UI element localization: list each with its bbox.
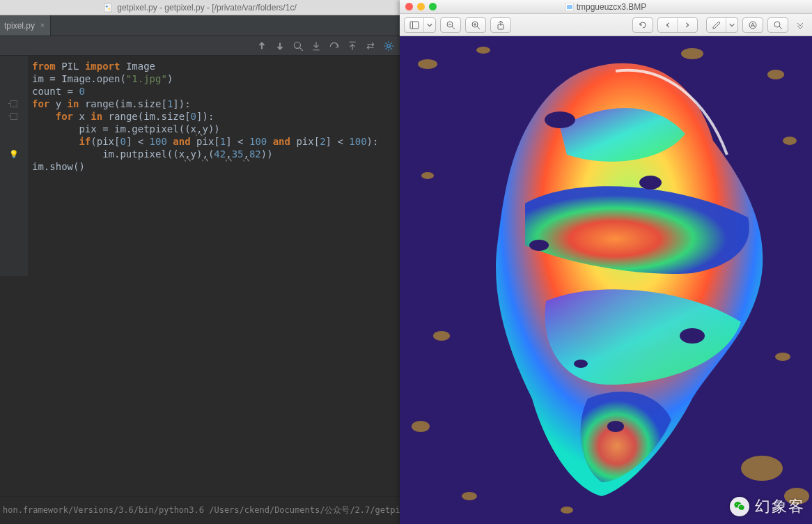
- editor-gutter: 💡: [0, 56, 28, 276]
- step-out-icon[interactable]: [347, 40, 358, 52]
- svg-point-40: [574, 360, 588, 368]
- svg-point-3: [294, 42, 300, 48]
- code-line[interactable]: count = 0: [32, 85, 378, 98]
- svg-point-23: [476, 47, 490, 54]
- svg-point-19: [774, 22, 780, 27]
- code-line[interactable]: im.show(): [32, 160, 378, 173]
- svg-point-31: [741, 456, 783, 481]
- svg-point-5: [387, 44, 391, 47]
- svg-line-11: [452, 26, 455, 29]
- svg-point-37: [529, 240, 549, 251]
- code-content[interactable]: from PIL import Imageim = Image.open("1.…: [28, 56, 381, 276]
- edit-toggle-group: [706, 17, 738, 33]
- close-window-button[interactable]: [405, 3, 413, 10]
- svg-point-38: [680, 328, 705, 344]
- minimize-window-button[interactable]: [417, 3, 425, 10]
- svg-rect-0: [104, 3, 112, 11]
- svg-point-36: [639, 176, 662, 190]
- svg-line-4: [299, 47, 303, 51]
- svg-point-24: [681, 48, 703, 59]
- editor-tab-bar: tpixel.py ×: [0, 15, 400, 36]
- dropdown-icon[interactable]: [424, 18, 435, 32]
- step-over-icon[interactable]: [329, 40, 340, 52]
- image-canvas[interactable]: 幻象客: [400, 36, 812, 524]
- svg-line-20: [779, 26, 782, 29]
- svg-point-22: [418, 59, 437, 69]
- zoom-out-button[interactable]: [440, 17, 461, 33]
- preview-title-text: tmpgueuzcx3.BMP: [577, 2, 647, 12]
- code-line[interactable]: for y in range(im.size[1]):: [32, 98, 378, 110]
- svg-point-25: [767, 70, 784, 79]
- prev-image-button[interactable]: [658, 18, 678, 32]
- zoom-in-button[interactable]: [465, 17, 486, 33]
- watermark-text: 幻象客: [755, 496, 805, 517]
- overflow-button[interactable]: [793, 17, 808, 33]
- dropdown-icon[interactable]: [726, 18, 737, 32]
- sidebar-toggle-group: [404, 17, 436, 33]
- fold-icon: [0, 110, 28, 123]
- gutter-blank: [0, 135, 28, 148]
- markup-toolbar-button[interactable]: [742, 17, 763, 33]
- svg-rect-8: [410, 22, 419, 29]
- window-controls: [400, 3, 437, 10]
- code-line[interactable]: im.putpixel((x,y),(42,35,82)): [32, 148, 378, 160]
- rotate-button[interactable]: [632, 17, 653, 33]
- fold-icon: [0, 98, 28, 110]
- console-line: hon.framework/Versions/3.6/bin/python3.6…: [3, 504, 400, 516]
- maximize-window-button[interactable]: [429, 3, 437, 10]
- svg-point-2: [109, 8, 111, 10]
- arrow-down-icon[interactable]: [274, 40, 286, 52]
- sidebar-toggle-button[interactable]: [405, 18, 424, 32]
- gutter-blank: [0, 123, 28, 135]
- svg-point-26: [783, 137, 797, 145]
- close-icon[interactable]: ×: [40, 22, 45, 29]
- svg-rect-6: [565, 3, 574, 11]
- svg-point-35: [545, 111, 575, 128]
- replace-icon[interactable]: [365, 40, 376, 52]
- code-line[interactable]: from PIL import Image: [32, 60, 378, 72]
- preview-titlebar[interactable]: tmpgueuzcx3.BMP: [400, 0, 812, 14]
- ide-titlebar: getpixel.py - getpixel.py - [/private/va…: [0, 0, 400, 15]
- intention-bulb-icon: 💡: [0, 148, 28, 160]
- code-line[interactable]: if(pix[0] < 100 and pix[1] < 100 and pix…: [32, 135, 378, 148]
- svg-line-14: [477, 26, 480, 29]
- preview-window: tmpgueuzcx3.BMP: [400, 0, 812, 524]
- code-line[interactable]: im = Image.open("1.jpg"): [32, 72, 378, 85]
- code-editor[interactable]: 💡 from PIL import Imageim = Image.open("…: [0, 56, 400, 276]
- svg-point-39: [607, 421, 624, 432]
- svg-point-30: [775, 353, 790, 361]
- gutter-blank: [0, 85, 28, 98]
- editor-empty-area: [0, 276, 400, 496]
- ide-window-title: getpixel.py - getpixel.py - [/private/va…: [117, 3, 296, 13]
- share-button[interactable]: [490, 17, 511, 33]
- settings-icon[interactable]: [383, 40, 394, 52]
- arrow-up-icon[interactable]: [256, 40, 267, 52]
- gutter-blank: [0, 60, 28, 72]
- editor-tab-label: tpixel.py: [4, 21, 35, 31]
- watermark: 幻象客: [730, 496, 805, 517]
- nav-arrows: [657, 17, 698, 33]
- svg-point-1: [106, 5, 108, 7]
- svg-point-33: [462, 492, 477, 500]
- svg-rect-7: [567, 5, 572, 9]
- code-line[interactable]: for x in range(im.size[0]):: [32, 110, 378, 123]
- preview-title: tmpgueuzcx3.BMP: [400, 2, 812, 12]
- preview-toolbar: [400, 14, 812, 36]
- find-icon[interactable]: [292, 40, 304, 52]
- editor-tab[interactable]: tpixel.py ×: [0, 15, 51, 36]
- editor-toolbar: [0, 36, 400, 56]
- svg-point-27: [421, 172, 434, 179]
- step-into-icon[interactable]: [311, 40, 322, 52]
- svg-point-34: [561, 507, 573, 514]
- next-image-button[interactable]: [678, 18, 697, 32]
- gutter-blank: [0, 160, 28, 173]
- svg-point-28: [433, 331, 450, 341]
- search-button[interactable]: [767, 17, 788, 33]
- svg-point-29: [412, 421, 430, 432]
- edit-button[interactable]: [707, 18, 726, 32]
- bmp-file-icon: [565, 3, 574, 11]
- python-file-icon: [103, 3, 113, 13]
- wechat-icon: [730, 497, 749, 516]
- gutter-blank: [0, 72, 28, 85]
- code-line[interactable]: pix = im.getpixel((x,y)): [32, 123, 378, 135]
